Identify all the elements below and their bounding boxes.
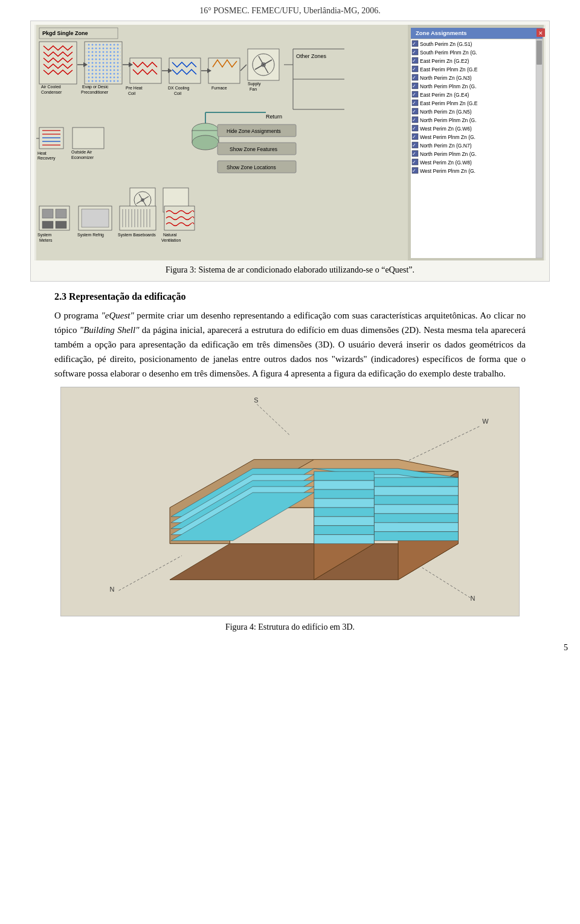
svg-text:North Perim Zn (G.N7): North Perim Zn (G.N7) xyxy=(420,143,472,149)
svg-marker-189 xyxy=(374,496,458,505)
svg-text:Ventilation: Ventilation xyxy=(161,238,181,242)
svg-text:N: N xyxy=(470,595,475,602)
svg-text:✓: ✓ xyxy=(412,66,416,72)
svg-text:Meters: Meters xyxy=(39,238,53,242)
svg-text:Return: Return xyxy=(266,114,282,120)
svg-text:East Perim Plnm Zn (G.E: East Perim Plnm Zn (G.E xyxy=(420,100,478,106)
svg-marker-194 xyxy=(314,471,374,480)
svg-text:S: S xyxy=(254,396,258,404)
svg-text:Pkgd Single Zone: Pkgd Single Zone xyxy=(42,30,88,36)
svg-text:✓: ✓ xyxy=(412,160,416,165)
svg-text:W: W xyxy=(482,418,489,425)
svg-text:✓: ✓ xyxy=(412,143,416,148)
svg-point-49 xyxy=(192,135,219,150)
svg-marker-190 xyxy=(374,505,458,514)
svg-text:System Baseboards: System Baseboards xyxy=(118,233,156,237)
svg-text:Coil: Coil xyxy=(174,91,182,95)
svg-text:✓: ✓ xyxy=(412,83,416,89)
svg-rect-4 xyxy=(39,42,77,84)
svg-text:South Perim Zn (G.S1): South Perim Zn (G.S1) xyxy=(420,41,472,47)
building-shell-italic: "Building Shell" xyxy=(80,325,140,335)
svg-rect-64 xyxy=(72,128,104,149)
svg-text:Heat: Heat xyxy=(37,151,47,155)
svg-text:Supply: Supply xyxy=(248,82,261,86)
svg-rect-81 xyxy=(56,209,66,218)
page-number: 5 xyxy=(564,643,568,652)
section-title: Representação da edificação xyxy=(69,291,185,302)
svg-text:North Perim Zn (G.N5): North Perim Zn (G.N5) xyxy=(420,109,472,115)
svg-text:Evap or Desic: Evap or Desic xyxy=(82,85,109,89)
svg-text:✓: ✓ xyxy=(412,126,416,131)
svg-text:Preconditioner: Preconditioner xyxy=(81,90,109,94)
svg-rect-111 xyxy=(536,39,543,258)
svg-text:✓: ✓ xyxy=(412,75,416,80)
svg-text:Show Zone Locations: Show Zone Locations xyxy=(227,164,276,170)
svg-text:✓: ✓ xyxy=(412,168,416,173)
svg-text:Outside Air: Outside Air xyxy=(71,150,92,154)
svg-text:✓: ✓ xyxy=(412,58,416,63)
svg-text:✓: ✓ xyxy=(412,109,416,114)
svg-text:DX Cooling: DX Cooling xyxy=(168,86,190,91)
hvac-diagram: Pkgd Single Zone Air Cooled Condenser Ev… xyxy=(34,25,546,260)
svg-text:East Perim Zn (G.E2): East Perim Zn (G.E2) xyxy=(420,58,469,64)
svg-marker-197 xyxy=(314,499,374,508)
svg-text:Furnace: Furnace xyxy=(211,86,227,90)
svg-text:Hide Zone Assignments: Hide Zone Assignments xyxy=(227,128,281,134)
svg-text:East Perim Zn (G.E4): East Perim Zn (G.E4) xyxy=(420,92,469,98)
svg-marker-199 xyxy=(314,517,374,526)
figure3-caption-text: Figura 3: Sistema de ar condicionado ela… xyxy=(166,265,414,274)
svg-text:North Perim Plnm Zn (G.: North Perim Plnm Zn (G. xyxy=(420,83,477,89)
svg-text:West Perim Plnm Zn (G.: West Perim Plnm Zn (G. xyxy=(420,168,475,174)
svg-text:✕: ✕ xyxy=(538,30,543,36)
svg-marker-200 xyxy=(314,526,374,535)
svg-text:East Perim Plnm Zn (G.E: East Perim Plnm Zn (G.E xyxy=(420,66,478,73)
equest-italic1: "eQuest" xyxy=(101,311,134,320)
content-area: 2.3 Representação da edificação O progra… xyxy=(30,282,550,641)
svg-marker-191 xyxy=(374,514,458,523)
svg-text:✓: ✓ xyxy=(412,100,416,106)
svg-text:System: System xyxy=(37,233,52,237)
svg-text:North Perim Plnm Zn (G.: North Perim Plnm Zn (G. xyxy=(420,117,477,123)
svg-marker-198 xyxy=(314,508,374,517)
svg-text:West Perim Zn (G.W8): West Perim Zn (G.W8) xyxy=(420,160,472,166)
hvac-svg: Pkgd Single Zone Air Cooled Condenser Ev… xyxy=(34,25,546,260)
svg-rect-83 xyxy=(56,221,66,228)
svg-rect-82 xyxy=(42,221,53,228)
svg-text:✓: ✓ xyxy=(412,134,416,140)
svg-text:System Refrig: System Refrig xyxy=(77,233,104,237)
svg-text:Pre Heat: Pre Heat xyxy=(126,86,143,90)
svg-text:Other Zones: Other Zones xyxy=(296,53,327,59)
svg-text:✓: ✓ xyxy=(412,117,416,123)
section-number: 2.3 xyxy=(54,291,66,302)
svg-rect-112 xyxy=(536,40,542,65)
svg-text:Economizer: Economizer xyxy=(71,155,94,160)
page-header: 16° POSMEC. FEMEC/UFU, Uberlândia-MG, 20… xyxy=(0,0,580,21)
figure4-container: S W N N xyxy=(60,387,520,616)
svg-rect-80 xyxy=(42,209,53,218)
svg-marker-192 xyxy=(374,523,458,532)
svg-marker-201 xyxy=(314,535,374,544)
svg-text:Coil: Coil xyxy=(128,91,136,95)
svg-marker-195 xyxy=(314,480,374,489)
svg-text:Recovery: Recovery xyxy=(37,156,56,161)
svg-text:N: N xyxy=(110,586,115,593)
svg-text:Show Zone Features: Show Zone Features xyxy=(230,146,277,152)
figure4-caption: Figura 4: Estrutura do edifício em 3D. xyxy=(54,622,526,632)
svg-marker-196 xyxy=(314,489,374,499)
svg-text:✓: ✓ xyxy=(412,41,416,47)
figure4-caption-text: Figura 4: Estrutura do edifício em 3D. xyxy=(225,622,355,632)
figure3-container: Pkgd Single Zone Air Cooled Condenser Ev… xyxy=(30,21,550,282)
section-heading: 2.3 Representação da edificação xyxy=(54,291,526,302)
svg-text:Fan: Fan xyxy=(250,87,257,91)
svg-text:✓: ✓ xyxy=(412,151,416,157)
svg-text:Air Cooled: Air Cooled xyxy=(41,85,61,89)
svg-text:Zone Assignments: Zone Assignments xyxy=(416,30,467,36)
figure3-caption: Figura 3: Sistema de ar condicionado ela… xyxy=(34,265,546,275)
svg-marker-187 xyxy=(374,477,458,486)
svg-text:Condenser: Condenser xyxy=(41,90,62,94)
paragraph1: O programa "eQuest" permite criar um des… xyxy=(54,308,526,381)
svg-text:Natural: Natural xyxy=(163,233,177,237)
svg-rect-87 xyxy=(82,209,109,227)
building-svg: S W N N xyxy=(61,387,519,616)
svg-rect-18 xyxy=(208,58,240,83)
